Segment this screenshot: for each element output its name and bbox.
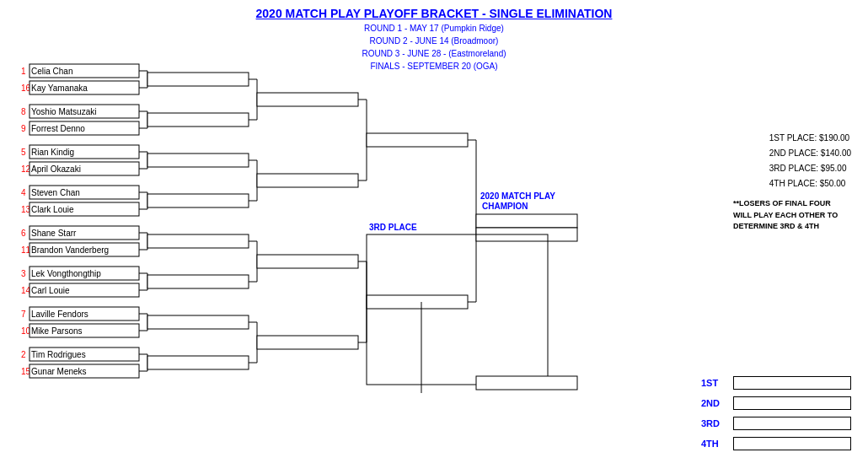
player-name-5: Rian Kindig [31, 148, 74, 157]
page: 2020 MATCH PLAY PLAYOFF BRACKET - SINGLE… [0, 0, 868, 474]
r2-box-6 [147, 275, 249, 288]
sf-box-1 [367, 133, 468, 147]
place-row-1st: 1ST [701, 376, 851, 390]
third-place-result-box [476, 376, 577, 390]
label-2nd: 2ND [701, 398, 726, 408]
seed-9: 9 [21, 124, 26, 133]
bracket-svg: 1 16 8 9 5 12 4 13 6 11 3 14 7 10 2 15 C… [0, 57, 691, 471]
seed-3: 3 [21, 269, 26, 278]
player-name-3: Lek Vongthongthip [31, 269, 101, 278]
sf-box-2 [367, 295, 468, 309]
player-name-8: Yoshio Matsuzaki [31, 107, 96, 116]
seed-7: 7 [21, 310, 26, 319]
round2: ROUND 2 - JUNE 14 (Broadmoor) [8, 35, 860, 47]
r2-box-1 [147, 73, 249, 86]
prize-1st: 1ST PLACE: $190.00 [769, 131, 851, 146]
champion-label2: CHAMPION [482, 202, 528, 211]
player-name-13: Clark Louie [31, 205, 74, 214]
label-4th: 4TH [701, 439, 726, 449]
r3-box-4 [257, 336, 358, 349]
label-1st: 1ST [701, 378, 726, 388]
seed-2: 2 [21, 350, 26, 359]
r2-box-5 [147, 234, 249, 248]
r2-box-7 [147, 315, 249, 329]
seed-4: 4 [21, 188, 26, 197]
result-box-2nd [733, 396, 851, 410]
player-name-6: Shane Starr [31, 229, 77, 238]
player-name-16: Kay Yamanaka [31, 83, 88, 93]
round1: ROUND 1 - MAY 17 (Pumpkin Ridge) [8, 22, 860, 35]
r2-box-3 [147, 154, 249, 167]
place-results: 1ST 2ND 3RD 4TH [701, 376, 851, 457]
place-row-3rd: 3RD [701, 417, 851, 430]
losers-note: **LOSERS OF FINAL FOUR WILL PLAY EACH OT… [733, 198, 851, 233]
champion-label: 2020 MATCH PLAY [480, 191, 555, 201]
seed-5: 5 [21, 148, 26, 157]
result-box-4th [733, 437, 851, 450]
r3-box-1 [257, 93, 358, 106]
player-name-2: Tim Rodrigues [31, 350, 86, 359]
result-box-1st [733, 376, 851, 390]
r2-box-4 [147, 194, 249, 207]
r2-box-8 [147, 356, 249, 369]
player-name-15: Gunar Meneks [31, 367, 87, 376]
label-3rd: 3RD [701, 418, 726, 428]
prize-3rd: 3RD PLACE: $95.00 [769, 161, 851, 176]
player-name-1: Celia Chan [31, 67, 72, 76]
player-name-4: Steven Chan [31, 188, 80, 197]
place-row-2nd: 2ND [701, 396, 851, 410]
r3-box-2 [257, 174, 358, 187]
player-name-11: Brandon Vanderberg [31, 245, 109, 255]
player-name-7: Laville Fendors [31, 310, 88, 319]
prize-4th: 4TH PLACE: $50.00 [769, 176, 851, 191]
result-box-3rd [733, 417, 851, 430]
prizes-section: 1ST PLACE: $190.00 2ND PLACE: $140.00 3R… [769, 131, 851, 191]
player-name-14: Carl Louie [31, 286, 70, 295]
seed-8: 8 [21, 107, 26, 116]
finals-box [476, 214, 577, 228]
seed-1: 1 [21, 67, 26, 76]
player-name-12: April Okazaki [31, 164, 81, 174]
prize-2nd: 2ND PLACE: $140.00 [769, 146, 851, 161]
player-name-10: Mike Parsons [31, 326, 83, 336]
seed-6: 6 [21, 229, 26, 238]
r3-box-3 [257, 255, 358, 268]
third-place-label: 3RD PLACE [369, 223, 417, 232]
player-name-9: Forrest Denno [31, 124, 85, 133]
r2-box-2 [147, 113, 249, 127]
place-row-4th: 4TH [701, 437, 851, 450]
third-place-bracket [367, 234, 548, 385]
page-title: 2020 MATCH PLAY PLAYOFF BRACKET - SINGLE… [8, 7, 860, 20]
